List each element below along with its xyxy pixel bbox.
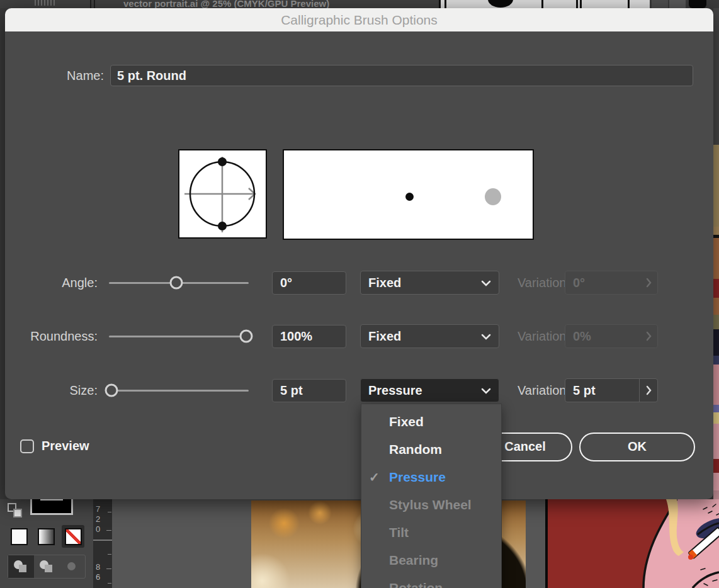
chevron-down-icon xyxy=(481,388,491,394)
drawing-mode-buttons xyxy=(8,555,86,579)
illustrator-app-window: { "app": { "tab_title": "vector portrait… xyxy=(0,0,719,588)
panel-fragment xyxy=(669,0,686,8)
angle-variation-group xyxy=(565,271,658,295)
slider-track[interactable] xyxy=(109,336,249,337)
tab-divider xyxy=(90,0,91,8)
menu-item-tilt: Tilt xyxy=(361,519,501,546)
draw-inside-button xyxy=(59,555,85,578)
preview-dot-current xyxy=(405,193,414,201)
size-row: Size: Pressure Variation: xyxy=(5,378,713,402)
roundness-value-input[interactable] xyxy=(272,325,346,348)
color-proxy-icon xyxy=(488,0,513,8)
angle-row: Angle: Fixed Variation: xyxy=(5,271,713,295)
slider-knob[interactable] xyxy=(239,330,252,343)
checkmark-icon: ✓ xyxy=(369,463,380,491)
vector-portrait-artwork xyxy=(548,499,719,588)
tab-divider xyxy=(94,0,95,8)
tools-panel xyxy=(0,499,93,588)
preview-checkbox[interactable] xyxy=(20,439,34,453)
menu-item-bearing: Bearing xyxy=(361,546,501,574)
roundness-slider[interactable] xyxy=(109,324,249,348)
chevron-right-icon xyxy=(646,331,652,341)
angle-value-input[interactable] xyxy=(272,271,346,295)
stroke-size-preview xyxy=(283,149,534,240)
menu-item-random[interactable]: Random xyxy=(361,436,501,463)
variation-label: Variation: xyxy=(502,378,570,402)
canvas-artwork-sliver xyxy=(713,8,719,499)
panel-divider xyxy=(576,0,578,8)
variation-stepper-button xyxy=(639,271,657,294)
size-variation-input[interactable] xyxy=(565,379,639,402)
roundness-control-dropdown[interactable]: Fixed xyxy=(360,324,499,348)
size-label: Size: xyxy=(5,378,98,402)
roundness-variation-group xyxy=(565,324,658,348)
panel-divider xyxy=(444,0,446,8)
gradient-button[interactable] xyxy=(35,525,57,548)
brush-tip-preview[interactable] xyxy=(178,149,267,239)
angle-label: Angle: xyxy=(5,271,98,295)
slider-knob[interactable] xyxy=(169,276,183,290)
variation-label: Variation: xyxy=(502,271,570,295)
panel-divider xyxy=(628,0,630,8)
panel-fragment xyxy=(652,0,668,8)
name-input[interactable] xyxy=(110,65,693,86)
variation-stepper-button xyxy=(639,325,657,348)
dropdown-selected-value: Fixed xyxy=(368,329,401,343)
dropdown-selected-value: Pressure xyxy=(368,383,422,397)
slider-track[interactable] xyxy=(109,390,249,392)
size-variation-group xyxy=(565,378,658,402)
panel-fragment xyxy=(689,0,706,8)
dialog-title: Calligraphic Brush Options xyxy=(5,8,713,31)
angle-slider[interactable] xyxy=(109,271,249,295)
ruler-label: 720 xyxy=(96,504,103,534)
preview-dot-variation xyxy=(485,188,501,205)
panel-dock-right xyxy=(650,0,719,8)
panel-divider xyxy=(439,0,441,8)
calligraphic-brush-options-dialog: Calligraphic Brush Options Name: Angle: xyxy=(5,8,713,499)
roundness-row: Roundness: Fixed Variation: xyxy=(5,324,713,348)
chevron-down-icon xyxy=(481,334,491,340)
vertical-ruler: 720 86 xyxy=(93,499,112,588)
chevron-right-icon xyxy=(646,385,652,395)
menu-item-stylus-wheel: Stylus Wheel xyxy=(361,491,501,519)
none-button[interactable] xyxy=(62,525,84,548)
roundness-variation-input xyxy=(565,325,639,348)
chevron-right-icon xyxy=(646,278,652,288)
slider-knob[interactable] xyxy=(105,384,118,397)
menu-item-pressure[interactable]: ✓Pressure xyxy=(361,463,501,491)
menu-item-fixed[interactable]: Fixed xyxy=(361,408,501,436)
ok-button[interactable]: OK xyxy=(579,433,695,461)
size-slider[interactable] xyxy=(109,378,249,402)
fill-stroke-proxy-icon[interactable] xyxy=(8,503,23,518)
menu-item-label: Pressure xyxy=(389,470,446,484)
size-control-dropdown[interactable]: Pressure xyxy=(360,378,499,402)
panel-dock-strip xyxy=(439,0,650,8)
chevron-down-icon xyxy=(481,280,491,286)
size-control-dropdown-menu: Fixed Random ✓Pressure Stylus Wheel Tilt… xyxy=(361,404,502,588)
menu-item-rotation: Rotation xyxy=(361,574,501,588)
ruler-label: 86 xyxy=(96,562,103,582)
color-button[interactable] xyxy=(8,525,30,548)
panel-divider xyxy=(541,0,543,8)
app-top-chrome: vector portrait.ai @ 25% (CMYK/GPU Previ… xyxy=(0,0,719,8)
draw-behind-button[interactable] xyxy=(34,555,60,578)
draw-normal-button[interactable] xyxy=(8,555,34,578)
variation-stepper-button[interactable] xyxy=(639,379,657,402)
panel-divider xyxy=(580,0,582,8)
app-bottom-chrome: 720 86 xyxy=(0,499,719,588)
size-value-input[interactable] xyxy=(272,379,346,402)
angle-variation-input xyxy=(565,271,639,294)
angle-control-dropdown[interactable]: Fixed xyxy=(360,271,499,295)
document-tab-title: vector portrait.ai @ 25% (CMYK/GPU Previ… xyxy=(123,0,329,8)
preview-checkbox-label: Preview xyxy=(42,439,89,453)
roundness-label: Roundness: xyxy=(5,324,98,348)
variation-label: Variation: xyxy=(502,324,570,348)
panel-grabber-icon xyxy=(35,0,56,6)
dropdown-selected-value: Fixed xyxy=(368,276,401,290)
name-label: Name: xyxy=(5,65,104,86)
